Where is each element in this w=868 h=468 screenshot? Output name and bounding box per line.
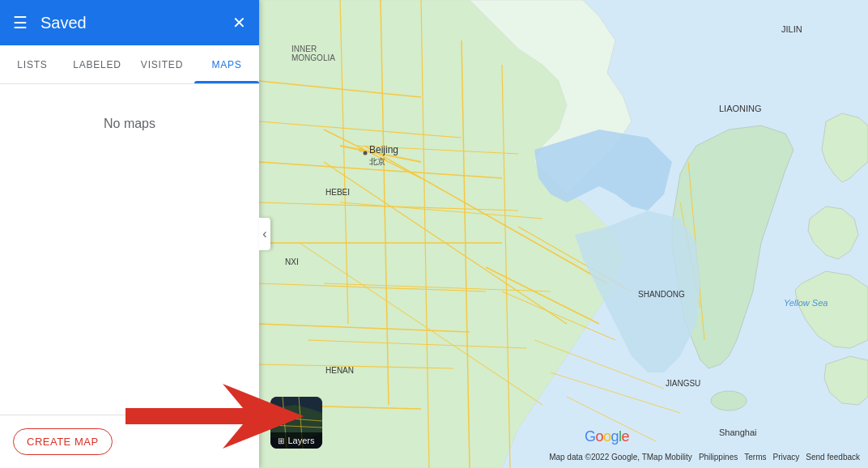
sidebar-content: No maps — [0, 84, 259, 415]
sidebar-header: ☰ Saved ✕ — [0, 0, 259, 45]
sidebar: ☰ Saved ✕ LISTS LABELED VISITED MAPS No … — [0, 0, 259, 468]
layers-label: Layers — [287, 436, 314, 445]
tab-visited[interactable]: VISITED — [130, 45, 194, 83]
layers-label-bar: ⊞ Layers — [270, 432, 322, 449]
google-logo: Google — [585, 428, 629, 445]
svg-point-1 — [711, 391, 747, 411]
attribution-feedback[interactable]: Send feedback — [806, 453, 860, 462]
attribution-philippines[interactable]: Philippines — [699, 453, 738, 462]
no-maps-text: No maps — [104, 117, 155, 131]
tab-maps[interactable]: MAPS — [194, 45, 259, 83]
attribution-terms[interactable]: Terms — [744, 453, 766, 462]
hamburger-icon[interactable]: ☰ — [13, 13, 28, 32]
attribution-privacy[interactable]: Privacy — [772, 453, 799, 462]
sidebar-title: Saved — [40, 14, 232, 32]
close-icon[interactable]: ✕ — [232, 13, 246, 32]
layers-icon: ⊞ — [278, 436, 284, 445]
collapse-sidebar-button[interactable] — [259, 218, 270, 250]
dot-beijing — [364, 151, 368, 155]
map-attribution: Map data ©2022 Google, TMap Mobility Phi… — [549, 453, 860, 462]
sidebar-footer: CREATE MAP — [0, 415, 259, 468]
layers-button[interactable]: ⊞ Layers — [270, 397, 322, 449]
create-map-button[interactable]: CREATE MAP — [13, 428, 113, 455]
attribution-text: Map data ©2022 Google, TMap Mobility — [549, 453, 692, 462]
tab-lists[interactable]: LISTS — [0, 45, 65, 83]
tabs: LISTS LABELED VISITED MAPS — [0, 45, 259, 84]
map-area[interactable]: INNERMONGOLIA JILIN LIAONING North Korea… — [259, 0, 868, 468]
tab-labeled[interactable]: LABELED — [65, 45, 130, 83]
